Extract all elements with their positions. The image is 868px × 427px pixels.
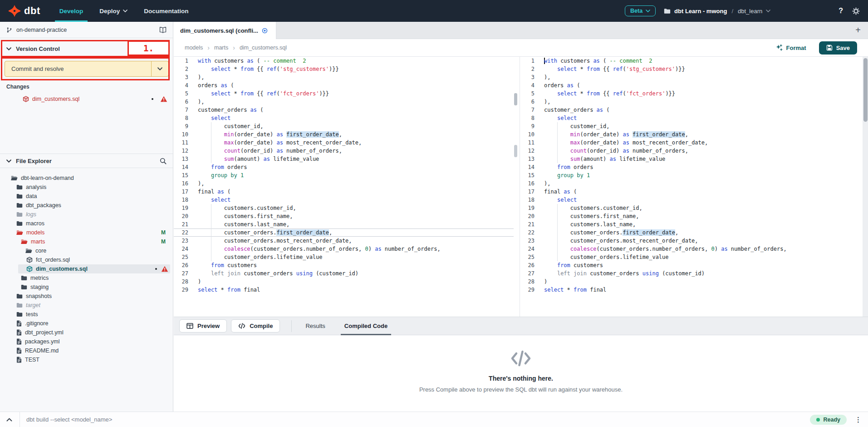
tree-item-TEST[interactable]: TEST (0, 355, 173, 364)
tree-item-staging[interactable]: staging (0, 283, 173, 292)
tree-item-snapshots[interactable]: snapshots (0, 292, 173, 301)
line-number: 7 (174, 106, 194, 114)
code-icon (510, 350, 531, 369)
tree-item-dbt-learn-on-demand[interactable]: dbt-learn-on-demand (0, 174, 173, 183)
line-number: 28 (174, 278, 194, 286)
dbt-logo-text: dbt (24, 5, 40, 17)
indent-guide (211, 253, 211, 261)
folder-open-icon (16, 230, 23, 235)
code-line-9: 9 customer_id, (520, 122, 868, 130)
book-icon[interactable] (159, 27, 167, 33)
git-branch-selector[interactable]: on-demand-practice (0, 22, 173, 38)
right-editor-scrollbar[interactable] (863, 57, 868, 317)
tree-item-dim_customers.sql[interactable]: dim_customers.sql (0, 264, 173, 273)
code-editor-right[interactable]: 1with customers as ( -- comment 22 selec… (520, 57, 868, 317)
tree-item-label: data (26, 193, 37, 199)
indent-guide (557, 147, 558, 155)
tree-item-label: snapshots (26, 293, 52, 299)
gear-icon[interactable] (852, 7, 860, 15)
line-number: 17 (174, 188, 194, 196)
indent-guide (557, 228, 558, 237)
tree-item-label: staging (30, 284, 49, 290)
indent-guide (211, 204, 211, 212)
tab-dim-customers[interactable]: dim_customers.sql (confli... (174, 22, 276, 40)
code-line-1: 1with customers as ( -- comment 2 (520, 57, 868, 65)
highlighted-word: first_order_date (276, 229, 329, 236)
right-editor-scrollbar-thumb[interactable] (863, 58, 868, 122)
code-line-7: 7customer_orders as ( (174, 106, 514, 114)
model-icon (23, 96, 29, 102)
code-editor-left[interactable]: 1with customers as ( -- comment 22 selec… (174, 57, 514, 317)
tree-item-packages.yml[interactable]: packages.yml (0, 337, 173, 346)
folder-icon (16, 221, 23, 226)
file-explorer-header[interactable]: File Explorer (0, 154, 173, 168)
tree-item-target[interactable]: target (0, 301, 173, 310)
code-line-18: 18 select (174, 196, 514, 204)
navbar-right: Beta dbt Learn - mwong / dbt_learn ? (625, 5, 860, 16)
help-icon[interactable]: ? (839, 7, 843, 15)
line-number: 18 (174, 196, 194, 204)
tree-item-fct_orders.sql[interactable]: fct_orders.sql (0, 255, 173, 264)
beta-button[interactable]: Beta (625, 5, 656, 16)
tree-item-dbt_packages[interactable]: dbt_packages (0, 201, 173, 210)
compile-button[interactable]: Compile (231, 319, 280, 333)
chevron-up-icon[interactable] (6, 418, 12, 422)
commit-dropdown-button[interactable] (151, 61, 168, 76)
nav-documentation[interactable]: Documentation (144, 0, 188, 22)
nav-deploy[interactable]: Deploy (99, 0, 128, 22)
line-number: 16 (174, 179, 194, 188)
left-editor-scrollbar-thumb[interactable] (514, 93, 517, 105)
save-button[interactable]: Save (819, 41, 857, 55)
tree-item-models[interactable]: modelsM (0, 228, 173, 237)
version-control-header[interactable]: Version Control (6, 41, 60, 56)
code-line-29: 29select * from final (520, 286, 868, 294)
code-line-12: 12 count(order_id) as number_of_orders, (520, 147, 868, 155)
left-editor-scrollbar-thumb[interactable] (514, 145, 517, 157)
new-tab-button[interactable]: + (855, 25, 861, 35)
code-line-25: 25 customer_orders.lifetime_value (520, 253, 868, 261)
tree-item-data[interactable]: data (0, 192, 173, 201)
dbt-command-input[interactable] (26, 416, 810, 423)
code-line-2: 2 select * from {{ ref('stg_customers')}… (174, 65, 514, 73)
divider (20, 412, 20, 427)
dbt-logo[interactable]: dbt (8, 5, 40, 17)
commit-and-resolve-button[interactable]: Commit and resolve (5, 61, 169, 77)
line-number: 9 (174, 122, 194, 130)
tree-item-README.md[interactable]: README.md (0, 346, 173, 355)
code-line-20: 20 customers.first_name, (520, 212, 868, 220)
preview-button[interactable]: Preview (179, 319, 227, 333)
folder-icon (16, 203, 23, 208)
tree-item-metrics[interactable]: metrics (0, 273, 173, 283)
search-icon[interactable] (160, 158, 167, 164)
format-button[interactable]: Format (775, 44, 806, 51)
line-number: 12 (174, 147, 194, 155)
breadcrumb: models › marts › dim_customers.sql Forma… (174, 39, 868, 57)
save-icon (826, 45, 833, 51)
code-line-5: 5 select * from {{ ref('fct_orders')}} (174, 89, 514, 98)
folder-icon (21, 284, 27, 290)
code-line-11: 11 max(order_date) as most_recent_order_… (174, 139, 514, 147)
kebab-menu-icon[interactable]: ⋮ (855, 416, 862, 423)
tree-item-macros[interactable]: macros (0, 219, 173, 228)
nav-develop[interactable]: Develop (59, 0, 83, 22)
changed-file-dim-customers[interactable]: dim_customers.sql (0, 94, 173, 104)
top-navbar: dbt Develop Deploy Documentation Beta db… (0, 0, 868, 22)
code-line-16: 16), (520, 179, 868, 188)
tree-item-tests[interactable]: tests (0, 310, 173, 319)
tree-item-core[interactable]: core (0, 246, 173, 255)
environment-name: dbt_learn (738, 8, 762, 15)
code-line-18: 18 select (520, 196, 868, 204)
tab-compiled-code[interactable]: Compiled Code (338, 317, 394, 335)
chevron-down-icon (6, 47, 11, 50)
project-selector[interactable]: dbt Learn - mwong / dbt_learn (664, 8, 770, 15)
tree-item-logs[interactable]: logs (0, 210, 173, 219)
tree-item-analysis[interactable]: analysis (0, 183, 173, 192)
tree-item-.gitignore[interactable]: .gitignore (0, 319, 173, 328)
tree-item-label: macros (26, 220, 44, 227)
folder-open-icon (21, 239, 28, 244)
tab-results[interactable]: Results (299, 317, 331, 335)
modified-badge: M (161, 229, 166, 236)
tree-item-marts[interactable]: martsM (0, 237, 173, 246)
path-separator: / (731, 8, 733, 15)
tree-item-dbt_project.yml[interactable]: dbt_project.yml (0, 328, 173, 337)
